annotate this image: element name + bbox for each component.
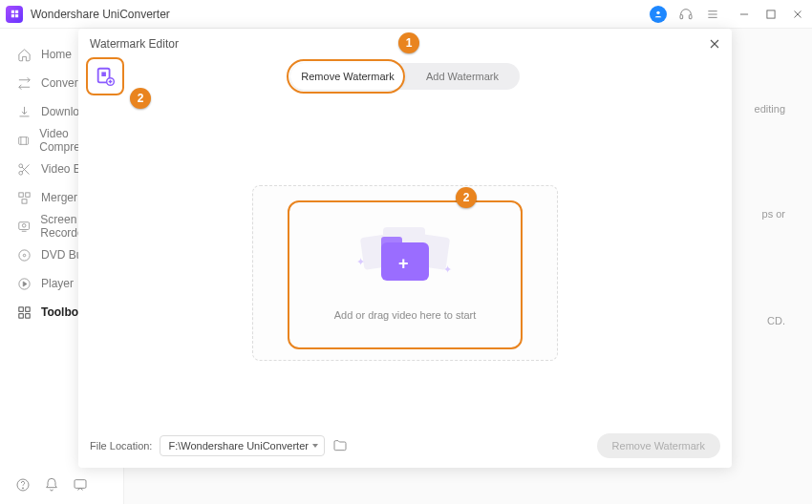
svg-rect-2 (689, 14, 692, 18)
svg-point-0 (656, 10, 659, 13)
watermark-mode-segmented: Remove Watermark Add Watermark (290, 63, 520, 90)
tab-remove-watermark[interactable]: Remove Watermark (290, 63, 405, 90)
svg-point-21 (22, 223, 26, 227)
headset-icon[interactable] (678, 7, 694, 22)
file-location-label: File Location: (90, 440, 152, 452)
drop-zone[interactable]: + ✦✦ Add or drag video here to start (288, 200, 523, 349)
sidebar-item-label: Merger (41, 191, 77, 204)
bell-icon[interactable] (44, 477, 59, 493)
add-file-button[interactable] (86, 57, 124, 95)
annotation-callout-1: 1 (398, 32, 419, 53)
svg-rect-17 (19, 192, 23, 196)
svg-rect-1 (680, 14, 683, 18)
sidebar-item-label: Home (41, 48, 72, 61)
svg-rect-10 (19, 136, 29, 144)
add-video-folder-icon: + ✦✦ (362, 229, 448, 292)
watermark-editor-modal: Watermark Editor Remove Watermark Add Wa… (78, 29, 732, 468)
drop-zone-text: Add or drag video here to start (334, 309, 477, 321)
feedback-icon[interactable] (73, 477, 88, 493)
svg-rect-32 (75, 480, 86, 489)
svg-rect-28 (19, 313, 23, 317)
file-location-select[interactable]: F:\Wondershare UniConverter (160, 435, 325, 456)
bg-text-snippet: editing (755, 103, 785, 115)
title-bar: Wondershare UniConverter (0, 0, 812, 29)
open-folder-icon[interactable] (332, 438, 348, 453)
svg-point-24 (23, 254, 26, 257)
app-title: Wondershare UniConverter (31, 8, 170, 21)
bg-text-snippet: ps or (762, 208, 785, 220)
hamburger-menu-icon[interactable] (705, 7, 720, 22)
svg-rect-19 (22, 199, 27, 202)
svg-rect-20 (19, 221, 30, 229)
tab-add-watermark[interactable]: Add Watermark (405, 63, 520, 90)
svg-rect-7 (767, 10, 775, 17)
remove-watermark-button[interactable]: Remove Watermark (597, 433, 720, 458)
window-close-button[interactable] (791, 8, 804, 21)
sidebar-item-label: Player (41, 277, 74, 290)
modal-close-button[interactable] (707, 36, 722, 52)
svg-rect-27 (26, 306, 30, 310)
bg-text-snippet: CD. (767, 315, 785, 326)
user-avatar[interactable] (650, 6, 667, 23)
annotation-callout-2a: 2 (130, 88, 151, 109)
window-maximize-button[interactable] (764, 8, 778, 21)
svg-point-23 (19, 249, 30, 260)
svg-point-31 (22, 488, 23, 489)
svg-rect-26 (19, 306, 23, 310)
app-logo (6, 6, 23, 23)
svg-rect-36 (101, 72, 106, 76)
modal-title: Watermark Editor (90, 37, 179, 51)
svg-rect-18 (26, 192, 30, 196)
help-icon[interactable] (15, 477, 31, 493)
window-minimize-button[interactable] (737, 8, 751, 21)
sidebar-footer (0, 468, 123, 504)
svg-rect-29 (26, 313, 30, 317)
annotation-callout-2b: 2 (456, 187, 477, 208)
